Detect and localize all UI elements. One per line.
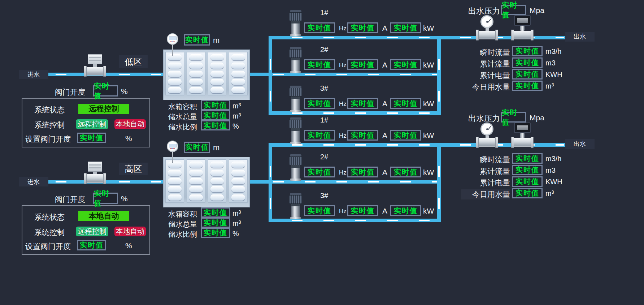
pump3-label: 3# xyxy=(320,84,328,93)
pump1-label: 1# xyxy=(320,116,328,124)
remote-control-button[interactable]: 远程控制 xyxy=(76,119,108,129)
level-value: 实时值 xyxy=(184,34,210,46)
set-valve-opening-unit: % xyxy=(125,134,132,143)
pressure-gauge-icon xyxy=(477,123,497,147)
total-flow-unit: m3 xyxy=(545,166,556,175)
pump1-current-unit: A xyxy=(382,24,387,33)
set-valve-opening-label: 设置阀门开度 xyxy=(25,134,71,144)
water-tank xyxy=(163,157,250,207)
pump-collar xyxy=(291,204,300,206)
scada-water-supply-screen: 进水 低区 阀门开度 实时值 % 系统状态 远程控制 系统控制 远程控制 本地自… xyxy=(0,0,644,305)
gauge-face xyxy=(480,123,493,136)
total-flow-value: 实时值 xyxy=(512,165,543,175)
pump3-icon xyxy=(288,193,303,219)
pump3-current-unit: A xyxy=(382,207,387,215)
system-status-value: 远程控制 xyxy=(78,104,129,114)
pump-body xyxy=(291,23,300,34)
tank-pill xyxy=(168,87,182,93)
pump-collar xyxy=(291,128,300,131)
right-manifold-pipe xyxy=(437,143,441,222)
level-unit: m xyxy=(213,36,219,45)
tank-capacity-label: 水箱容积 xyxy=(168,102,197,112)
outlet-pipe xyxy=(437,36,566,39)
gauge-face xyxy=(480,15,493,28)
level-sensor-face xyxy=(167,33,178,45)
remote-control-button[interactable]: 远程控制 xyxy=(76,227,108,236)
level-sensor-stem xyxy=(172,152,173,163)
outlet-label: 出水 xyxy=(565,32,595,42)
tank-pill xyxy=(210,87,224,93)
tank-pill xyxy=(189,178,203,184)
pump2-freq-value: 实时值 xyxy=(304,167,335,177)
tank-pill xyxy=(210,71,224,77)
pump-motor xyxy=(289,120,302,128)
valve-opening-value: 实时值 xyxy=(93,193,118,204)
tank-pill xyxy=(168,79,182,85)
storage-total-unit: m³ xyxy=(232,112,241,120)
valve-stem xyxy=(93,172,97,174)
flow-meter-neck xyxy=(520,26,525,31)
outlet-label: 出水 xyxy=(565,139,595,149)
tank-pill xyxy=(189,71,203,77)
set-valve-opening-input[interactable]: 实时值 xyxy=(77,133,106,143)
level-sensor-icon xyxy=(165,33,180,56)
set-valve-opening-input[interactable]: 实时值 xyxy=(77,240,106,250)
tank-column xyxy=(229,159,248,203)
tank-capacity-value: 实时值 xyxy=(201,100,230,110)
tank-pill xyxy=(210,54,224,60)
local-auto-button[interactable]: 本地自动 xyxy=(114,119,146,129)
pressure-gauge-icon xyxy=(477,15,497,39)
storage-ratio-label: 储水比例 xyxy=(168,229,197,239)
storage-total-value: 实时值 xyxy=(201,110,230,120)
tank-pill xyxy=(189,63,203,69)
tank-column xyxy=(165,159,184,203)
pump2-icon xyxy=(288,47,303,73)
control-panel: 系统状态 远程控制 系统控制 远程控制 本地自动 设置阀门开度 实时值 % xyxy=(22,98,150,147)
total-flow-value: 实时值 xyxy=(512,57,543,68)
tank-pill xyxy=(168,63,182,69)
tank-capacity-value: 实时值 xyxy=(201,207,230,218)
level-sensor-icon xyxy=(165,141,180,163)
tank-column xyxy=(187,159,205,203)
pump1-current-unit: A xyxy=(382,131,387,140)
pump1-icon xyxy=(288,117,303,144)
pump1-power-unit: kW xyxy=(423,131,434,140)
tank-pill xyxy=(189,54,203,60)
pump-motor xyxy=(289,88,302,96)
tank-pill xyxy=(168,178,182,184)
pump-body xyxy=(291,60,300,71)
local-auto-button[interactable]: 本地自动 xyxy=(114,227,146,236)
inlet-label: 进水 xyxy=(19,70,48,79)
pump-collar xyxy=(291,165,300,168)
pump2-power-value: 实时值 xyxy=(390,167,421,177)
tank-pill xyxy=(189,79,203,85)
pump-collar xyxy=(291,58,300,60)
tank-pill xyxy=(231,178,245,184)
instant-flow-unit: m3/h xyxy=(545,47,561,56)
tank-pill xyxy=(168,170,182,176)
pump-body xyxy=(291,131,300,142)
control-panel: 系统状态 本地自动 系统控制 远程控制 本地自动 设置阀门开度 实时值 % xyxy=(22,205,150,255)
tank-outlet-pipe xyxy=(250,180,441,184)
tank-pill xyxy=(231,170,245,176)
pump1-current-value: 实时值 xyxy=(347,22,378,33)
tank-pill xyxy=(168,194,182,201)
tank-column xyxy=(165,52,184,95)
today-usage-label: 今日用水量 xyxy=(461,82,510,92)
pump-collar xyxy=(291,21,300,23)
valve-opening-unit: % xyxy=(121,87,128,96)
tank-pill xyxy=(231,79,245,85)
tank-pill xyxy=(210,186,224,192)
pump3-power-value: 实时值 xyxy=(390,98,421,109)
tank-pill xyxy=(231,194,245,201)
instant-flow-unit: m3/h xyxy=(545,155,561,163)
valve-opening-value: 实时值 xyxy=(93,85,118,96)
valve-opening-unit: % xyxy=(121,194,128,203)
pump2-current-unit: A xyxy=(382,168,387,177)
pump-base xyxy=(290,142,301,144)
outlet-pressure-value: 实时值 xyxy=(501,112,526,123)
pump2-label: 2# xyxy=(320,153,328,161)
total-energy-value: 实时值 xyxy=(512,176,543,187)
total-energy-unit: KWH xyxy=(545,178,562,186)
pump3-freq-value: 实时值 xyxy=(304,98,335,109)
